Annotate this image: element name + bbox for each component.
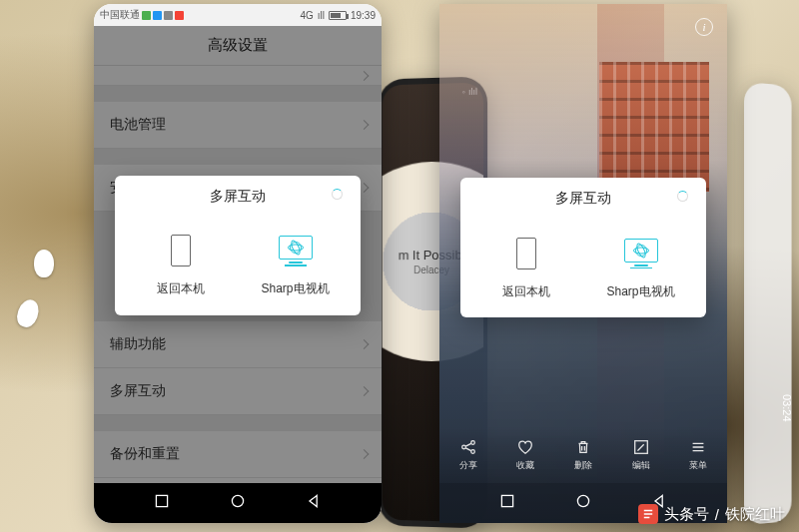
share-icon — [459, 438, 477, 456]
svg-point-1 — [232, 495, 243, 506]
option-label: Sharp电视机 — [261, 280, 329, 297]
screenshot-settings: 中国联通 4G ıll 19:39 高级设置 电池管理 安全 辅助功能 多屏互动… — [94, 4, 382, 523]
menu-button[interactable]: 菜单 — [674, 438, 722, 472]
toolbar-label: 编辑 — [632, 459, 650, 472]
option-return-local[interactable]: 返回本机 — [123, 216, 238, 313]
toolbar-label: 删除 — [574, 459, 592, 472]
svg-point-7 — [577, 495, 588, 506]
nav-recent-button[interactable] — [154, 493, 170, 513]
svg-rect-6 — [501, 495, 512, 506]
signal-icon: ıll — [318, 10, 325, 21]
multiscreen-dialog: 多屏互动 返回本机 Sharp电视机 — [460, 178, 706, 317]
edit-icon — [632, 438, 650, 456]
carrier-label: 中国联通 — [100, 8, 140, 22]
toolbar-label: 菜单 — [689, 459, 707, 472]
battery-icon — [329, 11, 347, 20]
android-navbar — [94, 483, 382, 523]
nav-recent-button[interactable] — [499, 493, 515, 513]
favorite-button[interactable]: 收藏 — [501, 438, 549, 472]
heart-icon — [516, 438, 534, 456]
watermark: 头条号 / 铁院红叶 — [638, 504, 785, 524]
watermark-prefix: 头条号 — [664, 505, 709, 524]
tv-icon — [281, 231, 311, 270]
option-label: 返回本机 — [502, 283, 550, 300]
menu-icon — [689, 438, 707, 456]
screenshot-gallery: i 多屏互动 返回本机 Sharp电视机 分享 — [439, 4, 727, 523]
dialog-title: 多屏互动 — [123, 188, 353, 206]
svg-point-4 — [470, 450, 474, 454]
phone-icon — [166, 231, 196, 270]
option-sharp-tv[interactable]: Sharp电视机 — [238, 216, 353, 313]
status-bar: 中国联通 4G ıll 19:39 — [94, 4, 382, 26]
svg-point-3 — [470, 441, 474, 445]
nav-back-button[interactable] — [306, 493, 322, 513]
spinner-icon — [677, 191, 688, 202]
multiscreen-dialog: 多屏互动 返回本机 Sharp电视机 — [115, 176, 361, 315]
svg-rect-0 — [156, 495, 167, 506]
option-return-local[interactable]: 返回本机 — [468, 218, 583, 315]
nav-home-button[interactable] — [230, 493, 246, 513]
photo-building — [599, 62, 709, 192]
toutiao-icon — [638, 504, 658, 524]
delete-button[interactable]: 删除 — [559, 438, 607, 472]
svg-point-2 — [461, 445, 465, 449]
gallery-toolbar: 分享 收藏 删除 编辑 菜单 — [439, 427, 727, 483]
toolbar-label: 分享 — [459, 459, 477, 472]
background-phone-right — [744, 82, 792, 525]
phone-icon — [511, 234, 541, 273]
option-sharp-tv[interactable]: Sharp电视机 — [583, 218, 698, 315]
share-button[interactable]: 分享 — [444, 438, 492, 472]
playback-time: 03:24 — [781, 394, 793, 422]
network-label: 4G — [300, 10, 313, 21]
spinner-icon — [332, 189, 343, 200]
option-label: Sharp电视机 — [606, 283, 674, 300]
trash-icon — [574, 438, 592, 456]
option-label: 返回本机 — [157, 280, 205, 297]
toolbar-label: 收藏 — [516, 459, 534, 472]
dialog-title: 多屏互动 — [468, 190, 698, 208]
nav-home-button[interactable] — [575, 493, 591, 513]
info-button[interactable]: i — [695, 18, 713, 36]
edit-button[interactable]: 编辑 — [617, 438, 665, 472]
watermark-author: 铁院红叶 — [725, 505, 785, 524]
tv-icon — [626, 234, 656, 273]
watermark-sep: / — [715, 506, 719, 523]
clock: 19:39 — [351, 10, 376, 21]
